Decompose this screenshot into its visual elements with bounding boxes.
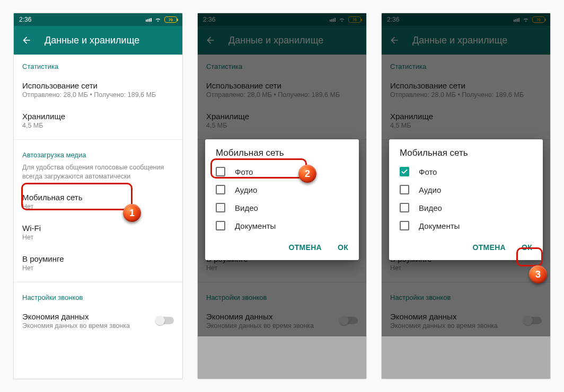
switch-off[interactable] bbox=[156, 317, 174, 324]
cancel-button[interactable]: ОТМЕНА bbox=[466, 239, 512, 256]
option-label: Документы bbox=[235, 221, 276, 230]
toolbar: Данные и хранилище bbox=[198, 26, 366, 55]
screenshot-2: 2:36 70 Данные и хранилище Статистика Ис… bbox=[197, 13, 367, 379]
back-icon[interactable] bbox=[205, 35, 216, 46]
row-storage[interactable]: Хранилище 4,5 МБ bbox=[14, 105, 182, 136]
option-label: Документы bbox=[419, 221, 460, 230]
checkbox-unchecked[interactable] bbox=[216, 203, 225, 212]
status-time: 2:36 bbox=[19, 16, 31, 23]
wifi-icon bbox=[338, 16, 346, 23]
back-icon[interactable] bbox=[21, 35, 32, 46]
option-documents[interactable]: Документы bbox=[389, 217, 543, 235]
checkbox-unchecked[interactable] bbox=[400, 185, 409, 194]
status-time: 2:36 bbox=[203, 16, 215, 23]
battery-icon: 70 bbox=[164, 16, 177, 23]
row-sub: Нет bbox=[22, 264, 174, 272]
checkbox-unchecked[interactable] bbox=[216, 221, 225, 230]
toolbar: Данные и хранилище bbox=[14, 26, 182, 55]
divider bbox=[14, 282, 182, 282]
signal-icon bbox=[146, 18, 152, 22]
page-title: Данные и хранилище bbox=[228, 35, 323, 46]
row-sub: Экономия данных во время звонка bbox=[22, 322, 156, 329]
dialog-mobile-data: Мобильная сеть Фото Аудио Видео Документ… bbox=[389, 139, 543, 260]
signal-icon bbox=[514, 18, 519, 22]
screenshot-3: 2:36 70 Данные и хранилище Статистика Ис… bbox=[381, 13, 551, 379]
option-photo[interactable]: Фото bbox=[389, 163, 543, 181]
option-audio[interactable]: Аудио bbox=[205, 181, 359, 199]
option-label: Фото bbox=[419, 167, 437, 176]
screenshot-1: 2:36 70 Данные и хранилище Статистика Ис… bbox=[13, 13, 183, 379]
row-sub: 4,5 МБ bbox=[22, 122, 174, 129]
row-sub: Отправлено: 28,0 МБ • Получено: 189,6 МБ bbox=[22, 91, 174, 99]
option-video[interactable]: Видео bbox=[389, 199, 543, 217]
checkbox-unchecked[interactable] bbox=[216, 167, 225, 176]
badge-3: 3 bbox=[529, 265, 547, 283]
row-network-usage[interactable]: Использование сети Отправлено: 28,0 МБ •… bbox=[198, 75, 366, 105]
checkbox-unchecked[interactable] bbox=[216, 185, 225, 194]
option-label: Видео bbox=[235, 203, 258, 212]
row-roaming[interactable]: В роуминге Нет bbox=[14, 248, 182, 279]
dialog-title: Мобильная сеть bbox=[389, 148, 543, 163]
row-network-usage[interactable]: Использование сети Отправлено: 28,0 МБ •… bbox=[14, 75, 182, 105]
row-storage[interactable]: Хранилище 4,5 МБ bbox=[198, 105, 366, 136]
dialog-title: Мобильная сеть bbox=[205, 148, 359, 163]
row-mobile-data[interactable]: Мобильная сеть Нет bbox=[14, 186, 182, 217]
status-bar: 2:36 70 bbox=[198, 13, 366, 26]
row-label: Хранилище bbox=[22, 112, 174, 121]
row-sub: Нет bbox=[22, 234, 174, 241]
row-label: Мобильная сеть bbox=[22, 193, 174, 202]
checkbox-checked[interactable] bbox=[400, 167, 409, 176]
option-photo[interactable]: Фото bbox=[205, 163, 359, 181]
ok-button[interactable]: ОК bbox=[515, 239, 539, 256]
ok-button[interactable]: ОК bbox=[331, 239, 355, 256]
section-statistics: Статистика bbox=[198, 55, 366, 75]
status-bar: 2:36 70 bbox=[14, 13, 182, 26]
section-calls: Настройки звонков bbox=[14, 286, 182, 306]
battery-icon: 70 bbox=[532, 16, 545, 23]
switch-off[interactable] bbox=[340, 317, 358, 324]
dialog-mobile-data: Мобильная сеть Фото Аудио Видео Документ… bbox=[205, 139, 359, 260]
checkbox-unchecked[interactable] bbox=[400, 203, 409, 212]
toolbar: Данные и хранилище bbox=[382, 26, 550, 55]
back-icon[interactable] bbox=[389, 35, 400, 46]
signal-icon bbox=[330, 18, 336, 22]
divider bbox=[14, 139, 182, 140]
wifi-icon bbox=[522, 16, 530, 23]
row-label: Экономия данных bbox=[22, 312, 156, 321]
option-documents[interactable]: Документы bbox=[205, 217, 359, 235]
switch-off[interactable] bbox=[524, 317, 542, 324]
section-autodownload: Автозагрузка медиа bbox=[14, 143, 182, 163]
option-audio[interactable]: Аудио bbox=[389, 181, 543, 199]
row-wifi[interactable]: Wi-Fi Нет bbox=[14, 217, 182, 248]
row-data-saver[interactable]: Экономия данных Экономия данных во время… bbox=[14, 306, 182, 336]
wifi-icon bbox=[154, 16, 162, 23]
cancel-button[interactable]: ОТМЕНА bbox=[282, 239, 328, 256]
status-bar: 2:36 70 bbox=[382, 13, 550, 26]
autodownload-desc: Для удобства общения голосовые сообщения… bbox=[14, 163, 182, 186]
checkbox-unchecked[interactable] bbox=[400, 221, 409, 230]
badge-1: 1 bbox=[123, 204, 141, 222]
row-label: Использование сети bbox=[22, 81, 174, 90]
row-data-saver[interactable]: Экономия данныхЭкономия данных во время … bbox=[382, 306, 550, 336]
option-label: Аудио bbox=[419, 185, 441, 194]
option-label: Видео bbox=[419, 203, 442, 212]
option-label: Фото bbox=[235, 167, 253, 176]
status-time: 2:36 bbox=[387, 16, 399, 23]
row-data-saver[interactable]: Экономия данныхЭкономия данных во время … bbox=[198, 306, 366, 336]
row-label: В роуминге bbox=[22, 254, 174, 263]
section-statistics: Статистика bbox=[14, 55, 182, 75]
option-label: Аудио bbox=[235, 185, 257, 194]
badge-2: 2 bbox=[298, 165, 316, 183]
page-title: Данные и хранилище bbox=[45, 35, 139, 46]
row-label: Wi-Fi bbox=[22, 224, 174, 233]
row-sub: Нет bbox=[22, 203, 174, 210]
option-video[interactable]: Видео bbox=[205, 199, 359, 217]
page-title: Данные и хранилище bbox=[412, 35, 507, 46]
battery-icon: 70 bbox=[348, 16, 361, 23]
